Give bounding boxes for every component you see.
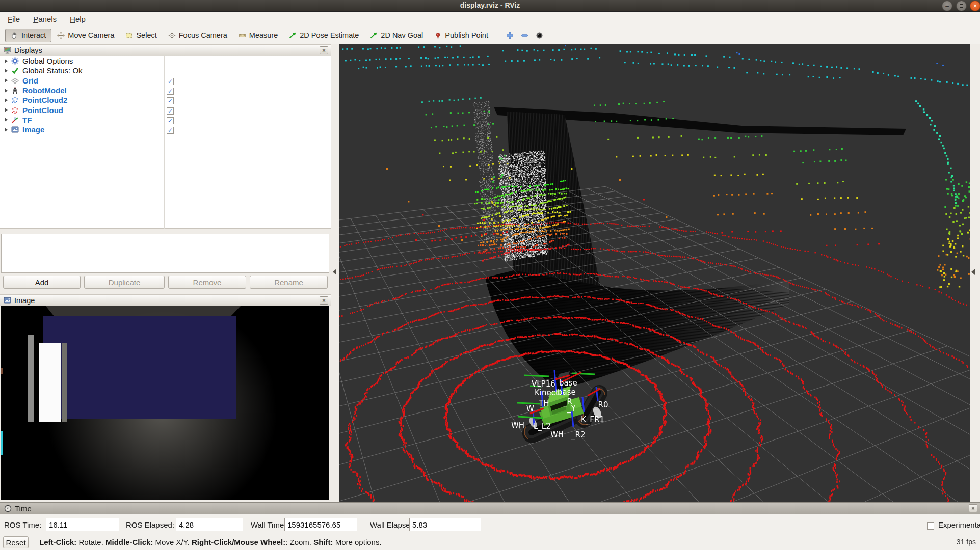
row-pointcloud[interactable]: PointCloud — [0, 105, 331, 115]
grid-visibility-checkbox[interactable]: ✓ — [167, 78, 174, 85]
pointcloud-visibility-checkbox[interactable]: ✓ — [167, 107, 174, 115]
remove-tool-button[interactable] — [517, 29, 532, 42]
expand-arrow-icon[interactable] — [5, 78, 8, 82]
camera-image-speck — [1, 368, 3, 374]
left-panel-column: Displays × Global Options Global Status:… — [0, 44, 331, 502]
row-pointcloud2[interactable]: PointCloud2 — [0, 95, 331, 105]
points-blue-icon — [11, 96, 19, 104]
close-button[interactable]: × — [970, 1, 980, 11]
display-description-box — [1, 234, 329, 273]
pointcloud2-visibility-checkbox[interactable]: ✓ — [167, 97, 174, 104]
maximize-button[interactable] — [956, 1, 967, 11]
add-display-button[interactable]: Add — [3, 276, 81, 289]
expand-arrow-icon[interactable] — [5, 118, 8, 122]
mouse-help-text: Left-Click: Rotate. Middle-Click: Move X… — [34, 537, 382, 548]
panel-splitter-left[interactable] — [331, 44, 339, 502]
row-tf[interactable]: TF — [0, 115, 331, 125]
points-red-icon — [11, 106, 19, 114]
publish-point-tool-button[interactable]: Publish Point — [429, 29, 494, 42]
expand-arrow-icon[interactable] — [5, 98, 8, 102]
gear-icon — [11, 57, 19, 65]
camera-image-gray-post — [28, 335, 34, 422]
row-image[interactable]: Image — [0, 125, 331, 134]
image-panel-header[interactable]: Image × — [0, 294, 331, 306]
wall-time-field[interactable] — [284, 518, 357, 531]
displays-close-icon[interactable]: × — [320, 46, 328, 54]
camera-image-white-box — [39, 343, 61, 422]
expand-arrow-icon[interactable] — [5, 108, 8, 112]
menu-file[interactable]: File — [8, 15, 20, 23]
menu-panels[interactable]: Panels — [33, 15, 57, 23]
robot-model-visibility-checkbox[interactable]: ✓ — [167, 88, 174, 95]
reset-button[interactable]: Reset — [3, 536, 29, 548]
displays-tree: Global Options Global Status: Ok Grid Ro… — [0, 56, 331, 229]
minus-icon — [521, 32, 528, 39]
expand-arrow-icon[interactable] — [5, 128, 8, 132]
move-camera-tool-button[interactable]: Move Camera — [51, 29, 120, 42]
ros-elapsed-label: ROS Elapsed: — [126, 520, 174, 529]
experimental-label: Experimental — [938, 520, 980, 529]
camera-image-gray-post2 — [62, 343, 67, 422]
menu-help[interactable]: Help — [70, 15, 86, 23]
add-tool-button[interactable] — [502, 29, 517, 42]
duplicate-display-button[interactable]: Duplicate — [84, 276, 165, 289]
menu-help-rest: elp — [75, 15, 86, 23]
image-visibility-checkbox[interactable]: ✓ — [167, 127, 174, 134]
row-robot-model[interactable]: RobotModel — [0, 86, 331, 95]
nav-goal-label: 2D Nav Goal — [381, 31, 423, 39]
time-panel-header[interactable]: Time × — [0, 502, 980, 514]
panel-splitter-right[interactable] — [970, 44, 980, 502]
camera-image-blue-wall — [43, 316, 236, 419]
displays-panel-header[interactable]: Displays × — [0, 44, 331, 56]
row-global-options[interactable]: Global Options — [0, 56, 331, 66]
select-tool-button[interactable]: Select — [120, 29, 162, 42]
tf-visibility-checkbox[interactable]: ✓ — [167, 117, 174, 124]
wall-elapsed-field[interactable] — [409, 518, 481, 531]
green-arrow-icon — [289, 32, 297, 39]
rviz-window: display.rviz - RViz – × File Panels Help… — [0, 0, 980, 550]
row-label: Global Status: Ok — [22, 66, 83, 75]
minimize-button[interactable]: – — [942, 1, 952, 11]
selection-box-icon — [125, 32, 133, 39]
row-label: Image — [22, 125, 44, 134]
pose-estimate-tool-button[interactable]: 2D Pose Estimate — [283, 29, 364, 42]
interact-label: Interact — [21, 31, 46, 39]
measure-tool-button[interactable]: Measure — [233, 29, 283, 42]
expand-arrow-icon[interactable] — [5, 89, 8, 93]
row-grid[interactable]: Grid — [0, 76, 331, 86]
expand-arrow-icon[interactable] — [5, 69, 8, 73]
hand-icon — [11, 32, 18, 39]
image-panel-title: Image — [14, 296, 35, 305]
ros-time-label: ROS Time: — [4, 520, 41, 529]
monitor-icon — [4, 46, 11, 54]
remove-display-button[interactable]: Remove — [168, 276, 246, 289]
interact-tool-button[interactable]: Interact — [5, 29, 51, 42]
nav-goal-tool-button[interactable]: 2D Nav Goal — [364, 29, 429, 42]
toolbar: Interact Move Camera Select Focus Camera… — [0, 26, 980, 44]
collapse-arrow-icon[interactable] — [971, 269, 975, 275]
titlebar[interactable]: display.rviz - RViz – × — [0, 0, 980, 12]
row-label: PointCloud2 — [22, 96, 67, 104]
ros-time-field[interactable] — [46, 518, 119, 531]
3d-viewport[interactable] — [339, 44, 970, 502]
crosshair-icon — [168, 32, 176, 39]
rename-display-button[interactable]: Rename — [250, 276, 328, 289]
menubar: File Panels Help — [0, 12, 980, 26]
time-close-icon[interactable]: × — [969, 504, 977, 512]
image-icon — [11, 126, 19, 133]
check-icon — [11, 67, 19, 74]
pose-estimate-label: 2D Pose Estimate — [300, 31, 359, 39]
focus-camera-tool-button[interactable]: Focus Camera — [163, 29, 233, 42]
select-label: Select — [136, 31, 156, 39]
tool-properties-button[interactable] — [532, 29, 547, 42]
move-camera-label: Move Camera — [68, 31, 114, 39]
ros-elapsed-field[interactable] — [176, 518, 243, 531]
camera-image-speck — [1, 431, 3, 455]
image-close-icon[interactable]: × — [320, 296, 328, 305]
expand-arrow-icon[interactable] — [5, 59, 8, 63]
map-pin-icon — [434, 32, 442, 39]
row-label: RobotModel — [22, 86, 67, 95]
row-global-status[interactable]: Global Status: Ok — [0, 66, 331, 75]
experimental-checkbox[interactable] — [927, 522, 934, 530]
collapse-arrow-icon[interactable] — [333, 269, 336, 275]
